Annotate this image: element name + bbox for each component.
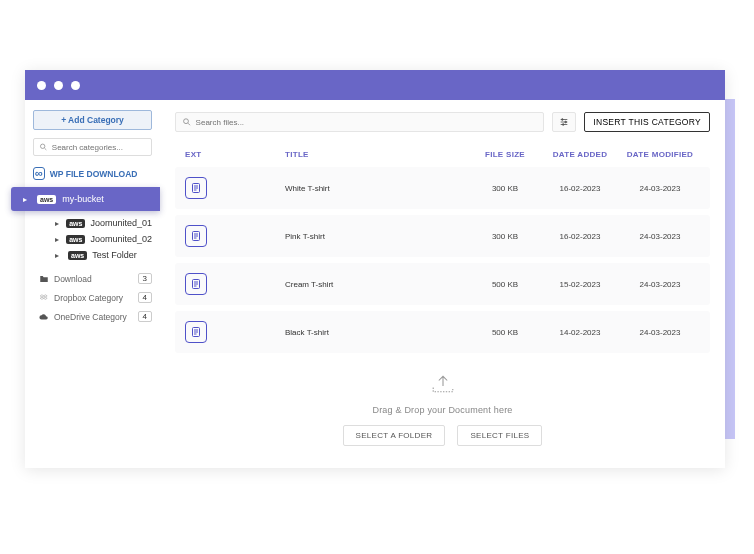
category-count: 4 [138,292,152,303]
col-title: TITLE [255,150,470,159]
file-size: 300 KB [470,184,540,193]
file-date-modified: 24-03-2023 [620,280,700,289]
chevron-right-icon: ▸ [55,235,61,244]
col-added: DATE ADDED [540,150,620,159]
file-date-added: 16-02-2023 [540,184,620,193]
file-icon [185,321,207,343]
category-count: 4 [138,311,152,322]
search-files-field[interactable] [175,112,544,132]
file-title: White T-shirt [255,184,470,193]
search-icon [182,117,192,127]
file-icon [185,273,207,295]
category-count: 3 [138,273,152,284]
chevron-right-icon: ▸ [55,219,61,228]
sidebar-sub-item[interactable]: ▸ aws Joomunited_02 [25,231,160,247]
cloud-icon [39,312,49,322]
dropzone[interactable]: Drag & Drop your Document here SELECT A … [175,359,710,450]
sidebar-sub-item[interactable]: ▸ aws Joomunited_01 [25,215,160,231]
file-size: 500 KB [470,280,540,289]
main-panel: INSERT THIS CATEGORY EXT TITLE FILE SIZE… [160,100,725,468]
add-category-label: Add Category [68,115,124,125]
svg-point-0 [40,144,44,148]
file-date-modified: 24-03-2023 [620,328,700,337]
sidebar-root-label: WP FILE DOWNLOAD [50,169,138,179]
svg-point-8 [565,121,567,123]
window-titlebar [25,70,725,100]
wp-logo-icon: ∞ [33,167,45,180]
file-date-added: 15-02-2023 [540,280,620,289]
table-row[interactable]: White T-shirt 300 KB 16-02-2023 24-03-20… [175,167,710,209]
sliders-icon [559,117,569,127]
category-label: Dropbox Category [54,293,123,303]
sidebar-sub-item[interactable]: ▸ aws Test Folder [25,247,160,263]
sidebar-sub-label: Test Folder [92,250,137,260]
sidebar-category-item[interactable]: Download 3 [25,269,160,288]
aws-icon: aws [66,235,85,244]
col-ext: EXT [185,150,255,159]
col-size: FILE SIZE [470,150,540,159]
upload-icon [429,373,457,395]
file-title: Pink T-shirt [255,232,470,241]
file-title: Black T-shirt [255,328,470,337]
table-header: EXT TITLE FILE SIZE DATE ADDED DATE MODI… [175,142,710,167]
table-row[interactable]: Pink T-shirt 300 KB 16-02-2023 24-03-202… [175,215,710,257]
aws-icon: aws [68,251,87,260]
selected-bucket-label: my-bucket [62,194,104,204]
file-icon [185,225,207,247]
add-category-button[interactable]: +Add Category [33,110,152,130]
filter-button[interactable] [552,112,576,132]
window-control-dot[interactable] [71,81,80,90]
file-size: 500 KB [470,328,540,337]
sidebar-category-item[interactable]: OneDrive Category 4 [25,307,160,326]
select-files-button[interactable]: SELECT FILES [457,425,542,446]
sidebar-root-item[interactable]: ∞ WP FILE DOWNLOAD [25,164,160,183]
file-date-added: 14-02-2023 [540,328,620,337]
category-label: OneDrive Category [54,312,127,322]
table-row[interactable]: Cream T-shirt 500 KB 15-02-2023 24-03-20… [175,263,710,305]
file-date-added: 16-02-2023 [540,232,620,241]
folder-icon [39,274,49,284]
dropzone-text: Drag & Drop your Document here [175,405,710,415]
svg-point-7 [562,119,564,121]
search-categories-input[interactable] [52,143,146,152]
aws-icon: aws [66,219,85,228]
svg-line-1 [44,148,46,150]
plus-icon: + [61,115,66,125]
chevron-right-icon: ▸ [55,251,63,260]
search-categories-field[interactable] [33,138,152,156]
category-label: Download [54,274,92,284]
file-date-modified: 24-03-2023 [620,232,700,241]
window-control-dot[interactable] [37,81,46,90]
col-modified: DATE MODIFIED [620,150,700,159]
chevron-right-icon: ▸ [23,195,31,204]
table-row[interactable]: Black T-shirt 500 KB 14-02-2023 24-03-20… [175,311,710,353]
app-window: +Add Category ∞ WP FILE DOWNLOAD ▸ aws m… [25,70,725,468]
insert-category-button[interactable]: INSERT THIS CATEGORY [584,112,710,132]
search-files-input[interactable] [196,118,538,127]
file-size: 300 KB [470,232,540,241]
svg-line-3 [188,123,190,125]
sidebar-sub-label: Joomunited_02 [90,234,152,244]
file-icon [185,177,207,199]
file-title: Cream T-shirt [255,280,470,289]
window-control-dot[interactable] [54,81,63,90]
svg-point-9 [563,124,565,126]
main-toolbar: INSERT THIS CATEGORY [175,112,710,132]
search-icon [39,142,48,152]
sidebar-sub-label: Joomunited_01 [90,218,152,228]
sidebar-category-item[interactable]: Dropbox Category 4 [25,288,160,307]
select-folder-button[interactable]: SELECT A FOLDER [343,425,446,446]
sidebar: +Add Category ∞ WP FILE DOWNLOAD ▸ aws m… [25,100,160,468]
file-date-modified: 24-03-2023 [620,184,700,193]
sidebar-item-selected[interactable]: ▸ aws my-bucket [11,187,160,211]
aws-icon: aws [37,195,56,204]
dropbox-icon [39,293,49,303]
svg-point-2 [184,119,189,124]
